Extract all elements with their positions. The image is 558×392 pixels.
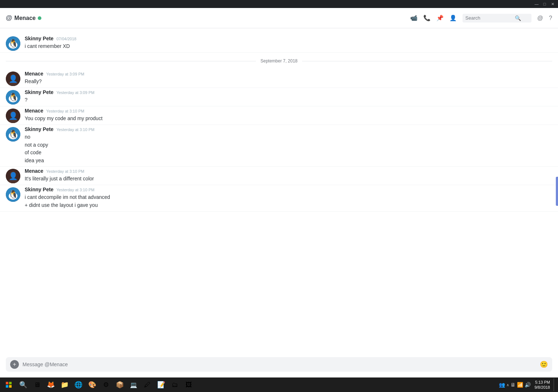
message-header: Skinny Pete Yesterday at 3:10 PM — [25, 187, 552, 192]
message-author: Menace — [25, 71, 43, 77]
svg-point-38 — [11, 193, 12, 194]
message-timestamp: Yesterday at 3:10 PM — [46, 109, 84, 113]
date-separator-text: September 7, 2018 — [256, 58, 302, 64]
clock-time: 5:13 PM — [534, 380, 550, 385]
pin-icon[interactable]: 📌 — [436, 15, 444, 21]
message-timestamp: Yesterday at 3:09 PM — [46, 72, 84, 76]
message-input-area: + 🙂 — [0, 354, 558, 377]
maximize-button[interactable]: □ — [542, 1, 547, 7]
avatar — [6, 109, 20, 123]
svg-point-14 — [11, 95, 13, 98]
message-text: ? — [25, 97, 552, 104]
search-input[interactable] — [465, 15, 513, 21]
list-item: Menace Yesterday at 3:10 PM It's literal… — [0, 167, 558, 185]
date-separator: September 7, 2018 — [0, 56, 558, 66]
taskbar-task-view[interactable]: 🖥 — [30, 378, 44, 391]
wifi-icon[interactable]: 📶 — [517, 382, 523, 388]
voice-call-icon[interactable]: 📞 — [423, 15, 431, 21]
list-item: Skinny Pete Yesterday at 3:10 PM nonot a… — [0, 125, 558, 167]
svg-point-21 — [8, 118, 18, 123]
taskbar-photos2[interactable]: 🖼 — [182, 378, 195, 391]
help-icon[interactable]: ? — [549, 15, 552, 21]
search-bar[interactable]: 🔍 — [463, 14, 531, 23]
svg-point-24 — [10, 131, 16, 136]
channel-header: @ Menace 📹 📞 📌 👤 🔍 @ ? — [0, 8, 558, 28]
message-input[interactable] — [23, 362, 536, 367]
svg-point-29 — [11, 134, 15, 136]
close-button[interactable]: ✕ — [550, 1, 555, 7]
svg-point-9 — [10, 74, 16, 80]
message-author: Menace — [25, 168, 43, 174]
add-friend-icon[interactable]: 👤 — [449, 15, 457, 21]
message-author: Skinny Pete — [25, 89, 53, 95]
add-attachment-button[interactable]: + — [10, 360, 19, 369]
emoji-button[interactable]: 🙂 — [540, 360, 548, 368]
video-call-icon[interactable]: 📹 — [410, 15, 418, 21]
minimize-button[interactable]: — — [534, 1, 539, 7]
message-content: Skinny Pete Yesterday at 3:09 PM ? — [25, 89, 552, 105]
taskbar-settings[interactable]: ⚙ — [99, 378, 113, 391]
taskbar-search[interactable]: 🔍 — [17, 378, 30, 391]
message-content: Menace Yesterday at 3:09 PM Really? — [25, 71, 552, 86]
svg-point-3 — [11, 41, 13, 44]
message-header: Menace Yesterday at 3:10 PM — [25, 108, 552, 114]
main-layout: @ Menace 📹 📞 📌 👤 🔍 @ ? — [0, 8, 558, 377]
svg-point-2 — [10, 40, 16, 46]
channel-title: @ Menace — [6, 14, 41, 22]
network-icon[interactable]: 🖥 — [510, 382, 516, 388]
svg-point-12 — [9, 95, 17, 102]
svg-point-37 — [13, 192, 16, 195]
message-text: i cant decompile im not that advanced+ d… — [25, 194, 552, 209]
message-author: Menace — [25, 108, 43, 114]
taskbar-word[interactable]: 📝 — [155, 378, 168, 391]
taskbar-browser2[interactable]: 🌐 — [72, 378, 85, 391]
svg-point-39 — [14, 193, 15, 194]
svg-point-4 — [13, 41, 16, 44]
message-timestamp: Yesterday at 3:10 PM — [56, 127, 94, 132]
message-text: nonot a copyof codeidea yea — [25, 134, 552, 164]
taskbar: 🔍 🖥 🦊 📁 🌐 🎨 ⚙ 📦 💻 🖊 📝 🗂 🖼 👥 ∧ 🖥 📶 🔊 5:13… — [0, 377, 558, 392]
start-button[interactable] — [1, 378, 16, 391]
svg-point-5 — [11, 42, 12, 43]
svg-point-27 — [11, 133, 12, 134]
taskbar-ide[interactable]: 💻 — [127, 378, 140, 391]
mention-icon[interactable]: @ — [537, 15, 543, 21]
message-timestamp: Yesterday at 3:09 PM — [56, 90, 94, 95]
message-header: Skinny Pete 07/04/2018 — [25, 36, 552, 41]
people-icon[interactable]: 👥 — [499, 382, 505, 388]
clock-date: 9/8/2018 — [534, 385, 550, 390]
message-text: It's literally just a different color — [25, 175, 552, 183]
taskbar-files[interactable]: 📁 — [58, 378, 71, 391]
list-item: Skinny Pete Yesterday at 3:09 PM ? — [0, 88, 558, 106]
svg-point-7 — [11, 43, 15, 45]
list-item: Skinny Pete Yesterday at 3:10 PM i cant … — [0, 185, 558, 211]
svg-rect-43 — [6, 385, 8, 388]
svg-point-18 — [11, 97, 15, 99]
taskbar-app3[interactable]: 🗂 — [168, 378, 182, 391]
volume-icon[interactable]: 🔊 — [525, 382, 531, 388]
show-desktop-button[interactable] — [554, 378, 557, 391]
taskbar-app1[interactable]: 📦 — [113, 378, 126, 391]
svg-point-25 — [11, 132, 13, 135]
avatar — [6, 127, 20, 142]
message-author: Skinny Pete — [25, 126, 53, 132]
avatar — [6, 169, 20, 183]
svg-point-1 — [9, 41, 17, 49]
message-content: Skinny Pete Yesterday at 3:10 PM i cant … — [25, 187, 552, 209]
message-header: Menace Yesterday at 3:09 PM — [25, 71, 552, 77]
messages-area[interactable]: Skinny Pete 07/04/2018 i cant remember X… — [0, 28, 558, 354]
svg-rect-42 — [9, 382, 12, 384]
taskbar-app2[interactable]: 🖊 — [141, 378, 154, 391]
avatar — [6, 187, 20, 202]
separator-line-left — [6, 61, 256, 61]
tray-caret[interactable]: ∧ — [506, 383, 509, 387]
taskbar-clock[interactable]: 5:13 PM 9/8/2018 — [531, 380, 553, 390]
message-content: Menace Yesterday at 3:10 PM It's literal… — [25, 168, 552, 183]
online-status-dot — [38, 16, 41, 20]
svg-point-6 — [14, 42, 15, 43]
message-text: You copy my code and my product — [25, 115, 552, 122]
taskbar-photos[interactable]: 🎨 — [86, 378, 99, 391]
titlebar: — □ ✕ — [0, 0, 558, 8]
taskbar-firefox[interactable]: 🦊 — [44, 378, 57, 391]
svg-rect-41 — [6, 382, 8, 384]
